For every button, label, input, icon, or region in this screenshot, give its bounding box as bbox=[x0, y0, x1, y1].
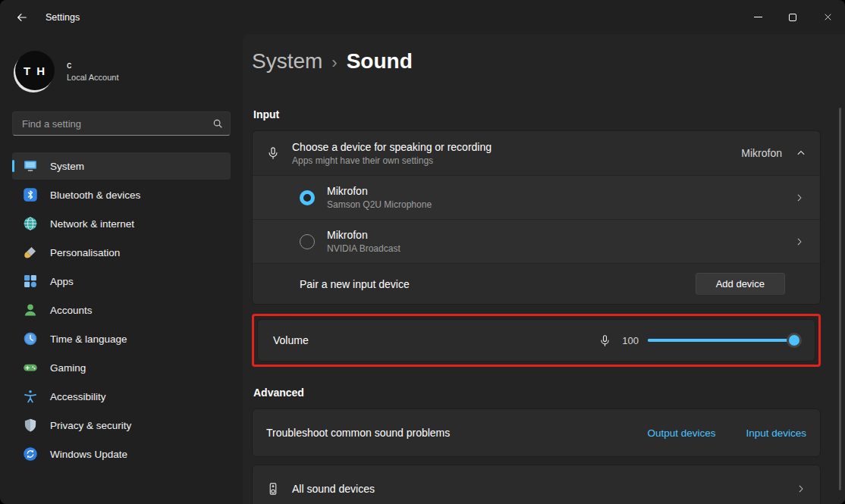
chevron-up-icon[interactable] bbox=[796, 148, 806, 158]
troubleshoot-label: Troubleshoot common sound problems bbox=[266, 427, 450, 439]
speaker-device-icon bbox=[266, 482, 280, 496]
selected-indicator bbox=[12, 160, 14, 172]
sidebar-item-apps[interactable]: Apps bbox=[12, 268, 231, 295]
all-sound-devices-row[interactable]: All sound devices bbox=[252, 465, 821, 504]
selected-device-value: Mikrofon bbox=[741, 147, 782, 159]
annotation-rectangle: Volume 100 bbox=[252, 314, 821, 367]
network-globe-icon bbox=[23, 216, 38, 231]
device-option-nvidia[interactable]: Mikrofon NVIDIA Broadcast bbox=[253, 219, 820, 263]
sidebar-item-gaming[interactable]: Gaming bbox=[12, 354, 231, 381]
advanced-section-header: Advanced bbox=[253, 387, 821, 399]
minimize-button[interactable] bbox=[740, 0, 775, 34]
system-icon bbox=[23, 158, 38, 174]
bluetooth-icon bbox=[23, 187, 38, 202]
breadcrumb-system[interactable]: System bbox=[252, 49, 322, 74]
clock-icon bbox=[23, 331, 38, 346]
back-button[interactable] bbox=[9, 6, 35, 29]
search-input[interactable] bbox=[12, 111, 231, 136]
slider-fill bbox=[648, 339, 799, 342]
sidebar-item-label: System bbox=[50, 161, 84, 172]
sidebar-item-label: Network & internet bbox=[50, 218, 134, 230]
sidebar-item-label: Accounts bbox=[50, 305, 93, 316]
device-detail: NVIDIA Broadcast bbox=[327, 243, 401, 254]
troubleshoot-row: Troubleshoot common sound problems Outpu… bbox=[252, 409, 821, 457]
slider-track[interactable] bbox=[648, 339, 799, 342]
add-device-button[interactable]: Add device bbox=[696, 273, 785, 295]
sidebar-item-label: Time & language bbox=[50, 333, 127, 345]
device-option-samson[interactable]: Mikrofon Samson Q2U Microphone bbox=[253, 175, 820, 219]
gamepad-icon bbox=[23, 360, 38, 375]
sidebar-item-label: Privacy & security bbox=[50, 420, 131, 431]
sidebar-item-label: Personalisation bbox=[50, 247, 120, 258]
titlebar: Settings bbox=[0, 0, 845, 34]
person-icon bbox=[23, 302, 38, 318]
all-sound-devices-label: All sound devices bbox=[292, 483, 375, 495]
volume-value: 100 bbox=[620, 335, 639, 346]
device-name: Mikrofon bbox=[327, 185, 432, 197]
input-devices-link[interactable]: Input devices bbox=[746, 427, 806, 439]
volume-label: Volume bbox=[273, 334, 309, 346]
input-device-card-group: Choose a device for speaking or recordin… bbox=[252, 130, 821, 305]
page-title: Sound bbox=[347, 49, 413, 74]
maximize-button[interactable] bbox=[775, 0, 810, 34]
volume-slider[interactable] bbox=[648, 332, 799, 349]
sidebar-item-time-language[interactable]: Time & language bbox=[12, 325, 231, 352]
settings-window: Settings T H c Local Account bbox=[0, 0, 845, 504]
chevron-right-icon[interactable] bbox=[794, 236, 805, 247]
choose-device-expander[interactable]: Choose a device for speaking or recordin… bbox=[253, 131, 820, 175]
search-icon[interactable] bbox=[212, 118, 223, 129]
update-arrows-icon bbox=[23, 446, 38, 462]
expander-title: Choose a device for speaking or recordin… bbox=[292, 141, 492, 153]
volume-row: Volume 100 bbox=[257, 319, 815, 362]
device-detail: Samson Q2U Microphone bbox=[327, 199, 432, 210]
user-name: c bbox=[67, 60, 119, 70]
sidebar-nav: System Bluetooth & devices Network & int… bbox=[12, 152, 231, 468]
sidebar-item-label: Windows Update bbox=[50, 449, 127, 460]
shield-icon bbox=[23, 418, 38, 433]
search-box bbox=[12, 111, 231, 136]
sidebar-item-windows-update[interactable]: Windows Update bbox=[12, 440, 231, 468]
back-arrow-icon bbox=[16, 11, 28, 23]
sidebar-item-personalisation[interactable]: Personalisation bbox=[12, 239, 231, 266]
maximize-icon bbox=[789, 14, 796, 21]
microphone-icon bbox=[266, 146, 280, 160]
avatar: T H bbox=[15, 51, 55, 90]
breadcrumb-separator-icon: › bbox=[331, 53, 337, 73]
sidebar-item-accounts[interactable]: Accounts bbox=[12, 296, 231, 324]
volume-slider-thumb[interactable] bbox=[789, 335, 799, 346]
radio-selected-icon[interactable] bbox=[300, 190, 315, 205]
window-title: Settings bbox=[46, 12, 80, 23]
chevron-right-icon[interactable] bbox=[794, 193, 805, 203]
accessibility-icon bbox=[23, 389, 38, 404]
sidebar: T H c Local Account System bbox=[0, 34, 243, 504]
sidebar-item-label: Accessibility bbox=[50, 391, 106, 402]
pair-device-row: Pair a new input device Add device bbox=[253, 263, 820, 304]
pair-device-label: Pair a new input device bbox=[300, 278, 410, 290]
apps-grid-icon bbox=[23, 274, 38, 289]
sidebar-item-privacy-security[interactable]: Privacy & security bbox=[12, 412, 231, 439]
user-account-block[interactable]: T H c Local Account bbox=[15, 51, 228, 90]
breadcrumb: System › Sound bbox=[252, 49, 821, 74]
sidebar-item-system[interactable]: System bbox=[12, 152, 231, 180]
minimize-icon bbox=[754, 17, 762, 17]
window-controls bbox=[740, 0, 845, 34]
scrollbar[interactable] bbox=[839, 108, 841, 490]
paintbrush-icon bbox=[23, 245, 38, 260]
microphone-icon bbox=[598, 334, 611, 347]
chevron-right-icon[interactable] bbox=[796, 484, 806, 494]
input-section-header: Input bbox=[253, 108, 821, 121]
sidebar-item-accessibility[interactable]: Accessibility bbox=[12, 383, 231, 410]
close-button[interactable] bbox=[810, 0, 845, 34]
radio-unselected-icon[interactable] bbox=[300, 234, 315, 249]
sidebar-item-label: Gaming bbox=[50, 362, 86, 374]
device-name: Mikrofon bbox=[327, 229, 401, 241]
main-content: System › Sound Input Choose a device for… bbox=[243, 34, 845, 504]
sidebar-item-bluetooth-devices[interactable]: Bluetooth & devices bbox=[12, 181, 231, 208]
sidebar-item-network-internet[interactable]: Network & internet bbox=[12, 210, 231, 237]
sidebar-item-label: Apps bbox=[50, 276, 74, 287]
account-type-label: Local Account bbox=[67, 73, 119, 82]
output-devices-link[interactable]: Output devices bbox=[647, 427, 715, 439]
expander-subtitle: Apps might have their own settings bbox=[292, 155, 492, 166]
sidebar-item-label: Bluetooth & devices bbox=[50, 189, 140, 201]
close-icon bbox=[823, 12, 833, 22]
